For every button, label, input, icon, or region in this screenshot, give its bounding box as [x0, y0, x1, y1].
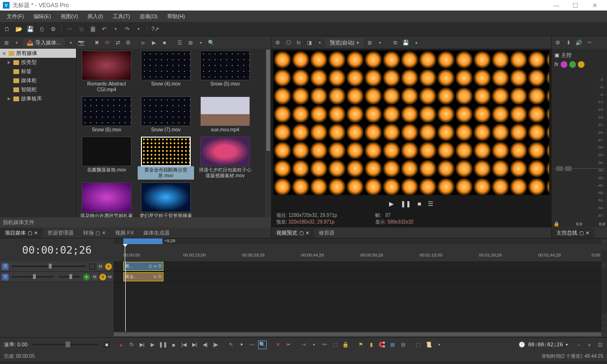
search-icon[interactable]: 🔍 [207, 38, 216, 47]
replace-icon[interactable]: ⇄ [113, 38, 122, 47]
tree-media-bin[interactable]: 媒体柜 [0, 76, 76, 85]
lock-icon[interactable]: 🔒 [341, 341, 350, 349]
fx-icon[interactable]: fx [554, 61, 559, 68]
ignore-group-icon[interactable]: ⬚ [414, 341, 423, 349]
event-snap-icon[interactable]: ⊟ [399, 341, 407, 349]
fx-icon[interactable]: fx [294, 38, 303, 47]
media-item[interactable]: 花瓣飘落装饰.mov [78, 137, 135, 180]
render-icon[interactable]: ⎙ [37, 25, 46, 33]
script-dropdown-icon[interactable]: ▼ [435, 341, 444, 349]
save-snapshot-icon[interactable]: 💾 [401, 38, 410, 47]
record-button[interactable]: ● [117, 341, 125, 349]
media-item[interactable]: Snow (6).mov [78, 96, 135, 134]
tab-close-icon[interactable]: ✕ [102, 230, 106, 236]
undo-dropdown-icon[interactable]: ▼ [111, 25, 120, 33]
menu-tools[interactable]: 工具(T) [109, 11, 134, 21]
scrollbar-vertical[interactable] [265, 49, 271, 217]
auto-ripple-icon[interactable]: ⇥ [299, 341, 308, 349]
split-icon[interactable]: ◨ [305, 38, 314, 47]
menu-view[interactable]: 视图(V) [57, 11, 82, 21]
tree-tags[interactable]: 标签 [0, 67, 76, 76]
clip-menu-icon[interactable]: ☰ [158, 264, 162, 268]
zoom-out-h-icon[interactable]: − [574, 341, 583, 349]
redo-icon[interactable]: ↷ [123, 25, 131, 33]
views-icon[interactable]: ⊞ [2, 38, 11, 47]
route-icon[interactable]: ▣ [554, 52, 559, 58]
tab-close-icon[interactable]: ✕ [305, 230, 309, 236]
loop-bar[interactable]: +9;29 [114, 238, 601, 244]
zoom-edit-icon[interactable]: 🔍 [258, 341, 267, 349]
loop-button[interactable]: ↻ [127, 341, 136, 349]
rate-slider[interactable] [33, 344, 98, 345]
copy-snapshot-icon[interactable]: ⧉ [391, 38, 400, 47]
ripple-dropdown-icon[interactable]: ▼ [310, 341, 318, 349]
tree-all-media[interactable]: ▣所有媒体 [0, 49, 76, 58]
menu-help[interactable]: 帮助(H) [163, 11, 189, 21]
media-item[interactable]: Snow (5).mov [197, 51, 253, 94]
tab-undock-icon[interactable]: ▢ [579, 230, 584, 236]
timeline-ruler[interactable]: +9;29 00:00:0000:00:15;0000:00:29;2900:0… [114, 238, 601, 261]
tab-undock-icon[interactable]: ▢ [299, 230, 304, 236]
mute-button[interactable]: M [91, 274, 98, 280]
video-track-row[interactable]: 黄... ◫ fx ☰ [114, 261, 601, 272]
remove-icon[interactable]: ✖ [92, 38, 101, 47]
marker-button[interactable] [602, 239, 607, 244]
minimize-button[interactable]: — [547, 2, 566, 9]
tab-trimmer[interactable]: 修剪器 [314, 228, 339, 238]
tab-video-fx[interactable]: 视频 FX [110, 228, 139, 238]
media-fx-icon[interactable]: ⚙ [124, 38, 132, 47]
clip-menu-icon[interactable]: ☰ [158, 275, 162, 279]
region-icon[interactable]: ▮ [367, 341, 376, 349]
cut-icon[interactable]: ✂ [65, 25, 74, 33]
media-item[interactable]: 落花烛台许愿环节婚礼素材.mp4 [78, 182, 135, 217]
timeline-scrollbar-horizontal[interactable] [114, 332, 601, 337]
media-item[interactable]: 梦幻星空粒子背景视频素材.mp4 [138, 182, 194, 217]
zoom-button[interactable] [602, 320, 607, 325]
menu-insert[interactable]: 插入(I) [84, 11, 107, 21]
playhead[interactable] [125, 244, 125, 261]
fx-solo-icon[interactable] [578, 61, 585, 68]
fx-chain-icon[interactable] [561, 61, 567, 68]
settings-icon[interactable]: ⚙ [553, 38, 562, 47]
properties-icon[interactable]: ⚙ [49, 25, 57, 33]
play-from-start-icon[interactable]: ▶ [150, 38, 158, 47]
menu-file[interactable]: 文件(F) [3, 11, 28, 21]
import-media-button[interactable]: 📥 导入媒体... [23, 38, 65, 47]
stop-icon[interactable]: ■ [418, 200, 422, 207]
solo-button[interactable]: S [105, 263, 112, 270]
dropdown-icon[interactable]: ▼ [12, 38, 21, 47]
audio-clip[interactable]: 黄金... fx ☰ [123, 272, 163, 281]
dropdown-icon[interactable]: ▼ [66, 38, 75, 47]
open-icon[interactable]: 📂 [14, 25, 23, 33]
tab-undock-icon[interactable]: ▢ [96, 230, 100, 236]
menu-edit[interactable]: 编辑(E) [30, 11, 55, 21]
selection-icon[interactable]: ✦ [237, 341, 246, 349]
undo-icon[interactable]: ↶ [100, 25, 108, 33]
expand-icon[interactable]: ▶ [7, 96, 11, 101]
grid-icon[interactable]: ⊞ [186, 38, 195, 47]
tab-project-media[interactable]: 项目媒体 ▢ ✕ [0, 228, 43, 238]
stop-button[interactable]: ■ [169, 341, 178, 349]
scroll-up-button[interactable] [602, 262, 607, 267]
play-button[interactable]: ▶ [148, 341, 157, 349]
media-item[interactable]: xue.mov.mp4 [197, 96, 253, 134]
marker-icon[interactable]: ⚑ [357, 341, 365, 349]
dropdown-icon[interactable]: ▼ [566, 343, 568, 347]
footer-timecode[interactable]: 🕐 00:00:02;26 ▼ [515, 342, 572, 348]
video-clip[interactable]: 黄... ◫ fx ☰ [123, 262, 163, 271]
status-icon[interactable]: ● [412, 38, 421, 47]
tab-undock-icon[interactable]: ▢ [28, 230, 32, 236]
snap-icon[interactable]: 🧲 [378, 341, 386, 349]
fx-icon[interactable]: fx [154, 264, 157, 268]
redo-dropdown-icon[interactable]: ▼ [134, 25, 143, 33]
insert-fx-icon[interactable]: ⬇ [564, 38, 573, 47]
tree-smart-bin[interactable]: 智能柜 [0, 85, 76, 94]
mute-button[interactable]: M [97, 263, 104, 270]
meter-toggle-right[interactable] [565, 166, 572, 171]
normal-edit-icon[interactable]: ↖ [227, 341, 235, 349]
zoom-fit-icon[interactable]: ⊡ [596, 341, 604, 349]
delete-icon[interactable]: ✕ [273, 341, 282, 349]
external-icon[interactable]: 🖵 [284, 38, 293, 47]
arm-record-button[interactable]: ● [83, 274, 90, 280]
media-item[interactable]: Snow (7).mov [138, 96, 194, 134]
